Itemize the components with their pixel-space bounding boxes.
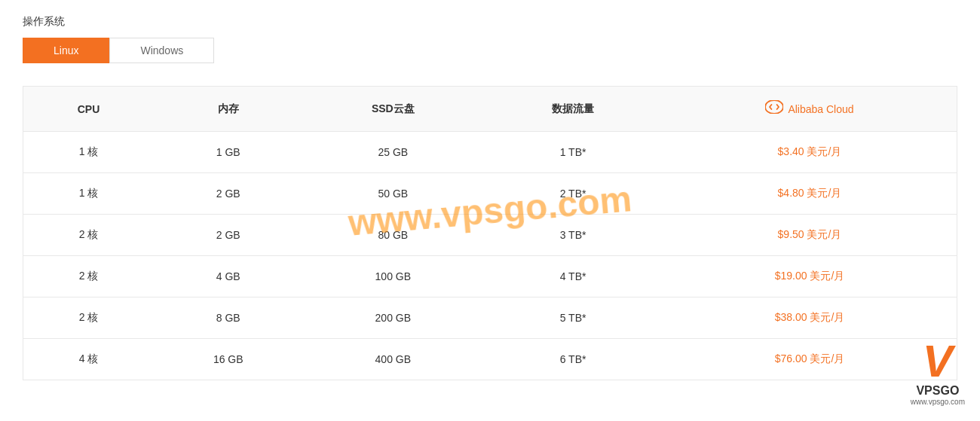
tab-windows[interactable]: Windows <box>109 38 214 63</box>
cell-ssd: 100 GB <box>302 256 483 297</box>
cell-memory: 2 GB <box>154 215 302 256</box>
cell-cpu: 2 核 <box>23 215 155 256</box>
cell-memory: 2 GB <box>154 173 302 215</box>
cell-cpu: 2 核 <box>23 256 155 297</box>
vpsgo-v-letter: V <box>923 339 953 384</box>
vpsgo-url: www.vpsgo.com <box>911 398 965 406</box>
cell-memory: 8 GB <box>154 297 302 339</box>
header-cpu: CPU <box>23 87 155 132</box>
cell-price: $19.00 美元/月 <box>663 256 957 297</box>
cell-cpu: 2 核 <box>23 297 155 339</box>
table-row: 2 核 4 GB 100 GB 4 TB* $19.00 美元/月 <box>23 256 957 297</box>
table-row: 4 核 16 GB 400 GB 6 TB* $76.00 美元/月 <box>23 339 957 380</box>
cell-ssd: 50 GB <box>302 173 483 215</box>
table-row: 1 核 2 GB 50 GB 2 TB* $4.80 美元/月 <box>23 173 957 215</box>
vpsgo-brand: VPSGO <box>916 384 959 398</box>
cell-cpu: 4 核 <box>23 339 155 380</box>
pricing-table: CPU 内存 SSD云盘 数据流量 Alibaba Cloud 1 核 1 GB… <box>23 86 957 380</box>
cell-traffic: 4 TB* <box>483 256 663 297</box>
header-traffic: 数据流量 <box>483 87 663 132</box>
alibaba-icon <box>765 100 783 117</box>
cell-price: $4.80 美元/月 <box>663 173 957 215</box>
header-memory: 内存 <box>154 87 302 132</box>
cell-traffic: 3 TB* <box>483 215 663 256</box>
table-row: 2 核 2 GB 80 GB 3 TB* $9.50 美元/月 <box>23 215 957 256</box>
alibaba-cloud-text: Alibaba Cloud <box>788 103 853 115</box>
vpsgo-logo: V VPSGO www.vpsgo.com <box>911 339 965 406</box>
table-header-row: CPU 内存 SSD云盘 数据流量 Alibaba Cloud <box>23 87 957 132</box>
cell-ssd: 25 GB <box>302 132 483 173</box>
table-row: 2 核 8 GB 200 GB 5 TB* $38.00 美元/月 <box>23 297 957 339</box>
cell-ssd: 200 GB <box>302 297 483 339</box>
cell-ssd: 80 GB <box>302 215 483 256</box>
cell-price: $9.50 美元/月 <box>663 215 957 256</box>
cell-memory: 4 GB <box>154 256 302 297</box>
tab-linux[interactable]: Linux <box>23 38 109 63</box>
cell-ssd: 400 GB <box>302 339 483 380</box>
cell-cpu: 1 核 <box>23 132 155 173</box>
cell-price: $3.40 美元/月 <box>663 132 957 173</box>
cell-memory: 16 GB <box>154 339 302 380</box>
cell-traffic: 2 TB* <box>483 173 663 215</box>
header-provider: Alibaba Cloud <box>663 87 957 132</box>
os-tabs: Linux Windows <box>23 38 957 63</box>
alibaba-cloud-logo: Alibaba Cloud <box>678 100 942 117</box>
cell-price: $38.00 美元/月 <box>663 297 957 339</box>
cell-traffic: 6 TB* <box>483 339 663 380</box>
cell-traffic: 5 TB* <box>483 297 663 339</box>
table-row: 1 核 1 GB 25 GB 1 TB* $3.40 美元/月 <box>23 132 957 173</box>
cell-memory: 1 GB <box>154 132 302 173</box>
header-ssd: SSD云盘 <box>302 87 483 132</box>
cell-cpu: 1 核 <box>23 173 155 215</box>
section-title: 操作系统 <box>23 15 957 29</box>
cell-traffic: 1 TB* <box>483 132 663 173</box>
